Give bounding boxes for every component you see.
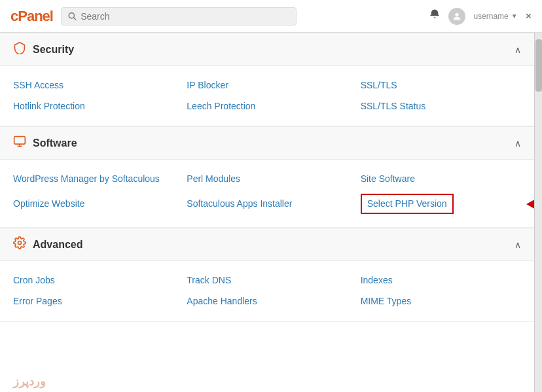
content-area: Security ∧ SSH Access IP Blocker SSL/TLS… xyxy=(0,33,534,392)
annotation-arrow xyxy=(526,198,534,211)
site-software-link[interactable]: Site Software xyxy=(361,173,521,186)
shield-icon xyxy=(13,41,26,58)
track-dns-link[interactable]: Track DNS xyxy=(187,274,347,287)
monitor-icon xyxy=(13,135,26,151)
section-software-body: WordPress Manager by Softaculous Perl Mo… xyxy=(0,160,534,228)
wordpress-manager-link[interactable]: WordPress Manager by Softaculous xyxy=(13,173,173,186)
app-header: cPanel username ▼ × xyxy=(0,0,542,33)
section-security-body: SSH Access IP Blocker SSL/TLS Hotlink Pr… xyxy=(0,66,534,126)
software-links-row2: Optimize Website Softaculous Apps Instal… xyxy=(13,194,521,215)
main-content: Security ∧ SSH Access IP Blocker SSL/TLS… xyxy=(0,33,542,392)
hotlink-protection-link[interactable]: Hotlink Protection xyxy=(13,100,173,113)
softaculous-apps-link[interactable]: Softaculous Apps Installer xyxy=(187,198,347,211)
close-button[interactable]: × xyxy=(526,10,532,22)
ssh-access-link[interactable]: SSH Access xyxy=(13,79,173,92)
section-security-header[interactable]: Security ∧ xyxy=(0,33,534,66)
error-pages-link[interactable]: Error Pages xyxy=(13,295,173,308)
perl-modules-link[interactable]: Perl Modules xyxy=(187,173,347,186)
ssl-tls-status-link[interactable]: SSL/TLS Status xyxy=(361,100,521,113)
optimize-website-link[interactable]: Optimize Website xyxy=(13,198,173,211)
cpanel-logo: cPanel xyxy=(10,8,53,25)
search-input[interactable] xyxy=(81,11,289,22)
svg-point-2 xyxy=(456,12,459,16)
section-advanced: Advanced ∧ Cron Jobs Track DNS Indexes E… xyxy=(0,228,534,321)
section-software-title: Software xyxy=(33,137,77,149)
cron-jobs-link[interactable]: Cron Jobs xyxy=(13,274,173,287)
bell-icon[interactable] xyxy=(429,9,441,24)
select-php-version-link[interactable]: Select PHP Version xyxy=(361,194,454,215)
section-advanced-body: Cron Jobs Track DNS Indexes Error Pages … xyxy=(0,261,534,321)
scrollbar-thumb[interactable] xyxy=(535,39,542,92)
section-advanced-header[interactable]: Advanced ∧ xyxy=(0,228,534,261)
leech-protection-link[interactable]: Leech Protection xyxy=(187,100,347,113)
search-icon xyxy=(68,12,77,21)
advanced-links: Cron Jobs Track DNS Indexes Error Pages … xyxy=(13,274,521,308)
ip-blocker-link[interactable]: IP Blocker xyxy=(187,79,347,92)
php-version-container: Select PHP Version xyxy=(361,194,521,215)
user-label: username ▼ xyxy=(473,12,517,21)
arrow-head xyxy=(526,198,534,211)
avatar xyxy=(448,8,465,25)
security-links-row1: SSH Access IP Blocker SSL/TLS Hotlink Pr… xyxy=(13,79,521,113)
mime-types-link[interactable]: MIME Types xyxy=(361,295,521,308)
svg-point-0 xyxy=(69,12,74,18)
header-right: username ▼ × xyxy=(429,8,532,25)
gear-icon xyxy=(13,236,26,253)
section-security: Security ∧ SSH Access IP Blocker SSL/TLS… xyxy=(0,33,534,126)
section-software-header[interactable]: Software ∧ xyxy=(0,126,534,160)
svg-rect-3 xyxy=(14,137,26,145)
section-security-title: Security xyxy=(33,44,74,56)
svg-point-6 xyxy=(18,241,22,245)
indexes-link[interactable]: Indexes xyxy=(361,274,521,287)
advanced-chevron: ∧ xyxy=(515,240,521,250)
ssl-tls-link[interactable]: SSL/TLS xyxy=(361,79,521,92)
section-software: Software ∧ WordPress Manager by Softacul… xyxy=(0,126,534,228)
section-security-header-left: Security xyxy=(13,41,74,58)
scrollbar[interactable] xyxy=(534,33,542,392)
apache-handlers-link[interactable]: Apache Handlers xyxy=(187,295,347,308)
security-chevron: ∧ xyxy=(515,45,521,55)
software-links-row1: WordPress Manager by Softaculous Perl Mo… xyxy=(13,173,521,186)
section-advanced-header-left: Advanced xyxy=(13,236,82,253)
search-bar[interactable] xyxy=(61,7,297,26)
svg-line-1 xyxy=(74,18,77,20)
section-advanced-title: Advanced xyxy=(33,239,82,251)
software-chevron: ∧ xyxy=(515,138,521,149)
section-software-header-left: Software xyxy=(13,135,77,151)
